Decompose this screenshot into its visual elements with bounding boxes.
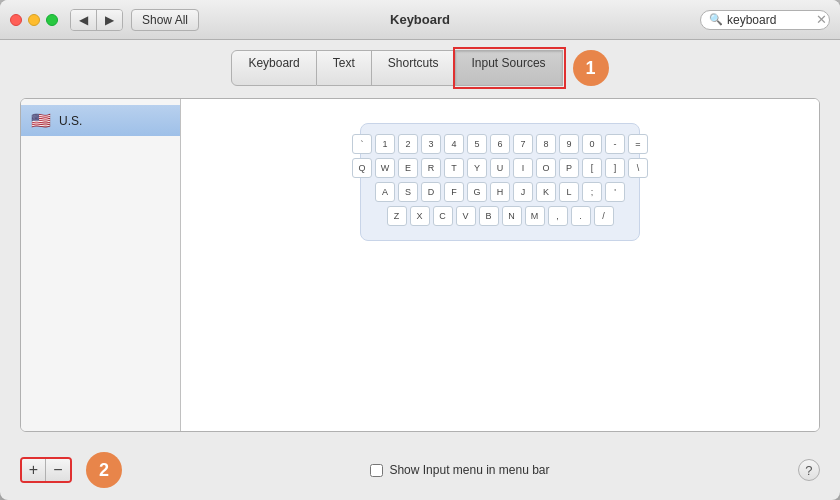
tab-keyboard[interactable]: Keyboard [231, 50, 316, 86]
search-clear-icon[interactable]: ✕ [816, 13, 827, 26]
key-v: V [456, 206, 476, 226]
key-2: 2 [398, 134, 418, 154]
key-quote: ' [605, 182, 625, 202]
key-l: L [559, 182, 579, 202]
key-r: R [421, 158, 441, 178]
maximize-button[interactable] [46, 14, 58, 26]
keyboard-row-3: A S D F G H J K L ; ' [373, 182, 627, 202]
key-j: J [513, 182, 533, 202]
keyboard-preview: ` 1 2 3 4 5 6 7 8 9 0 - = [181, 99, 819, 431]
key-b: B [479, 206, 499, 226]
search-icon: 🔍 [709, 13, 723, 26]
bottom-bar: + − 2 Show Input menu in menu bar ? [0, 444, 840, 500]
add-source-button[interactable]: + [22, 459, 46, 481]
key-slash: / [594, 206, 614, 226]
traffic-lights [10, 14, 58, 26]
keyboard-row-2: Q W E R T Y U I O P [ ] \ [373, 158, 627, 178]
key-n: N [502, 206, 522, 226]
us-flag-icon: 🇺🇸 [31, 111, 51, 130]
window-title: Keyboard [390, 12, 450, 27]
key-p: P [559, 158, 579, 178]
content-area: 🇺🇸 U.S. ` 1 2 3 4 5 6 7 8 [0, 86, 840, 444]
key-w: W [375, 158, 395, 178]
key-comma: , [548, 206, 568, 226]
keyboard-window: ◀ ▶ Show All Keyboard 🔍 ✕ Keyboard Text … [0, 0, 840, 500]
tabs-bar: Keyboard Text Shortcuts Input Sources 1 [0, 40, 840, 86]
key-x: X [410, 206, 430, 226]
key-rbracket: ] [605, 158, 625, 178]
key-i: I [513, 158, 533, 178]
key-f: F [444, 182, 464, 202]
key-d: D [421, 182, 441, 202]
close-button[interactable] [10, 14, 22, 26]
key-lbracket: [ [582, 158, 602, 178]
key-6: 6 [490, 134, 510, 154]
show-input-menu-checkbox[interactable] [370, 464, 383, 477]
key-period: . [571, 206, 591, 226]
key-z: Z [387, 206, 407, 226]
key-0: 0 [582, 134, 602, 154]
key-backslash: \ [628, 158, 648, 178]
tab-shortcuts[interactable]: Shortcuts [372, 50, 456, 86]
search-input[interactable] [727, 13, 812, 27]
keyboard-row-1: ` 1 2 3 4 5 6 7 8 9 0 - = [373, 134, 627, 154]
key-4: 4 [444, 134, 464, 154]
key-g: G [467, 182, 487, 202]
remove-source-button[interactable]: − [46, 459, 70, 481]
sources-list: 🇺🇸 U.S. [21, 99, 181, 431]
key-backtick: ` [352, 134, 372, 154]
key-9: 9 [559, 134, 579, 154]
key-m: M [525, 206, 545, 226]
keyboard-diagram: ` 1 2 3 4 5 6 7 8 9 0 - = [360, 123, 640, 241]
source-label: U.S. [59, 114, 82, 128]
key-dash: - [605, 134, 625, 154]
key-5: 5 [467, 134, 487, 154]
key-7: 7 [513, 134, 533, 154]
show-all-button[interactable]: Show All [131, 9, 199, 31]
key-1: 1 [375, 134, 395, 154]
key-e: E [398, 158, 418, 178]
search-box: 🔍 ✕ [700, 10, 830, 30]
tab-input-sources[interactable]: Input Sources [456, 50, 563, 86]
key-3: 3 [421, 134, 441, 154]
titlebar: ◀ ▶ Show All Keyboard 🔍 ✕ [0, 0, 840, 40]
forward-button[interactable]: ▶ [97, 10, 122, 30]
annotation-1: 1 [573, 50, 609, 86]
show-input-menu-text: Show Input menu in menu bar [389, 463, 549, 477]
key-semicolon: ; [582, 182, 602, 202]
key-c: C [433, 206, 453, 226]
add-remove-container: + − [20, 457, 72, 483]
key-8: 8 [536, 134, 556, 154]
key-y: Y [467, 158, 487, 178]
key-equals: = [628, 134, 648, 154]
main-panel: 🇺🇸 U.S. ` 1 2 3 4 5 6 7 8 [20, 98, 820, 432]
key-k: K [536, 182, 556, 202]
key-s: S [398, 182, 418, 202]
key-t: T [444, 158, 464, 178]
nav-buttons: ◀ ▶ [70, 9, 123, 31]
show-input-menu-label[interactable]: Show Input menu in menu bar [370, 463, 549, 477]
key-h: H [490, 182, 510, 202]
key-a: A [375, 182, 395, 202]
help-button[interactable]: ? [798, 459, 820, 481]
tab-text[interactable]: Text [317, 50, 372, 86]
annotation-2: 2 [86, 452, 122, 488]
key-o: O [536, 158, 556, 178]
keyboard-row-4: Z X C V B N M , . / [373, 206, 627, 226]
minimize-button[interactable] [28, 14, 40, 26]
key-u: U [490, 158, 510, 178]
source-item-us[interactable]: 🇺🇸 U.S. [21, 105, 180, 136]
back-button[interactable]: ◀ [71, 10, 97, 30]
key-q: Q [352, 158, 372, 178]
